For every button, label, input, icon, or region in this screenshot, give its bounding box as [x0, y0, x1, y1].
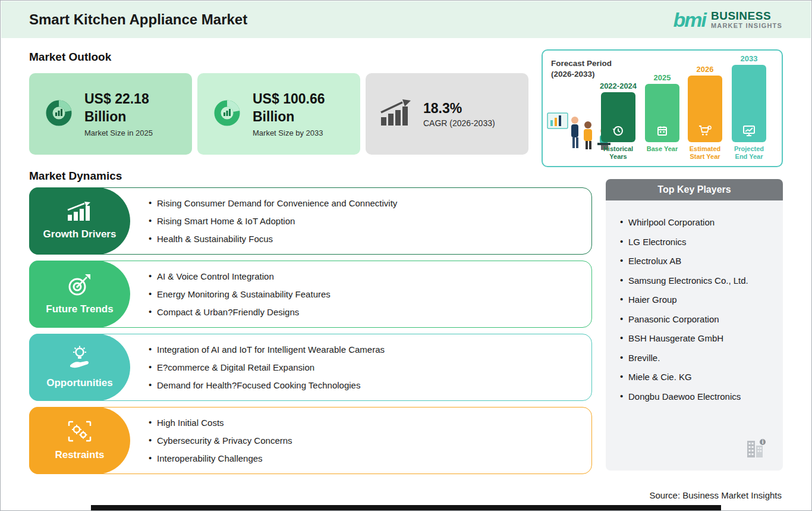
base-label: Base Year	[647, 145, 678, 161]
target-icon	[67, 273, 92, 299]
donut-chart-icon	[43, 98, 74, 131]
cart-icon	[698, 125, 712, 137]
estimated-year-value: 2026	[697, 65, 714, 74]
market-size-2033-label: Market Size by 2033	[253, 128, 342, 137]
base-bar	[645, 84, 679, 142]
bmi-logo-text: BUSINESS MARKET INSIGHTS	[711, 10, 782, 30]
logo-line2: MARKET INSIGHTS	[711, 22, 782, 29]
page-title: Smart Kitchen Appliance Market	[29, 11, 247, 28]
key-player-item: Samsung Electronics Co., Ltd.	[620, 275, 769, 286]
growth-drivers-bullets: Rising Consumer Demand for Convenience a…	[149, 188, 397, 254]
bullet-item: Demand for Health?Focused Cooking Techno…	[149, 380, 385, 390]
key-player-item: Haier Group	[620, 294, 769, 305]
bullet-item: Energy Monitoring & Sustainability Featu…	[149, 289, 331, 299]
forecast-title: Forecast Period (2026-2033)	[551, 58, 619, 80]
growth-bar-chart-icon	[380, 99, 413, 129]
top-key-players-panel: Top Key Players Whirlpool Corporation LG…	[606, 179, 783, 471]
market-size-2025-label: Market Size in 2025	[84, 128, 174, 137]
card-text: 18.3% CAGR (2026-2033)	[423, 100, 495, 128]
logo-line1: BUSINESS	[711, 10, 782, 23]
base-year-value: 2025	[654, 73, 671, 82]
bullet-item: AI & Voice Control Integration	[149, 271, 331, 281]
opportunities-row: Opportunities Integration of AI and IoT …	[29, 334, 592, 401]
bullet-item: Integration of AI and IoT for Intelligen…	[149, 344, 385, 355]
future-trends-label: Future Trends	[46, 303, 113, 315]
future-trends-row: Future Trends AI & Voice Control Integra…	[29, 261, 592, 328]
bullet-item: Compact & Urban?Friendly Designs	[149, 307, 331, 317]
market-size-2033-value: US$ 100.66 Billion	[253, 90, 342, 126]
estimated-label: Estimated Start Year	[685, 145, 725, 161]
donut-chart-icon	[212, 98, 243, 131]
monitor-icon	[742, 125, 756, 137]
bullet-item: Rising Smart Home & IoT Adoption	[149, 216, 397, 226]
forecast-title-line2: (2026-2033)	[551, 70, 595, 79]
restraints-bullets: High Initial Costs Cybersecurity & Priva…	[149, 407, 292, 474]
future-trends-bullets: AI & Voice Control Integration Energy Mo…	[149, 261, 331, 327]
bar-chart-icon	[67, 202, 93, 224]
forecast-bar-base: 2025 Base Year	[643, 73, 682, 161]
key-player-item: LG Electronics	[620, 237, 769, 247]
key-player-item: Panasonic Corporation	[620, 314, 769, 324]
bullet-item: Cybersecurity & Privacy Concerns	[149, 435, 292, 446]
source-credit: Source: Business Market Insights	[649, 490, 782, 500]
market-outlook-heading: Market Outlook	[29, 51, 111, 64]
outlook-cards: US$ 22.18 Billion Market Size in 2025 US…	[29, 73, 528, 155]
bullet-item: High Initial Costs	[149, 418, 292, 428]
cagr-value: 18.3%	[423, 100, 495, 118]
forecast-bar-historical: 2022-2024 Historical Years	[599, 81, 638, 161]
idea-hand-icon	[67, 346, 92, 373]
historical-label: Historical Years	[599, 145, 638, 161]
growth-drivers-label: Growth Drivers	[43, 228, 117, 240]
opportunities-bullets: Integration of AI and IoT for Intelligen…	[149, 334, 385, 400]
history-icon	[612, 125, 624, 137]
projected-year-value: 2033	[741, 54, 758, 63]
restraints-label: Restraints	[55, 449, 104, 461]
projected-label: Projected End Year	[729, 145, 769, 161]
top-key-players-heading: Top Key Players	[606, 179, 783, 200]
key-player-item: BSH Hausgerate GmbH	[620, 333, 769, 343]
key-player-item: Electrolux AB	[620, 256, 769, 266]
historical-bar	[601, 92, 635, 142]
restraints-pill: Restraints	[29, 407, 130, 474]
forecast-period-box: Forecast Period (2026-2033)	[542, 49, 783, 167]
forecast-title-line1: Forecast Period	[551, 59, 612, 68]
card-text: US$ 100.66 Billion Market Size by 2033	[253, 90, 342, 137]
growth-drivers-row: Growth Drivers Rising Consumer Demand fo…	[29, 187, 592, 255]
key-player-item: Whirlpool Corporation	[620, 217, 769, 227]
key-players-list: Whirlpool Corporation LG Electronics Ele…	[620, 217, 769, 402]
market-size-2033-card: US$ 100.66 Billion Market Size by 2033	[197, 73, 360, 155]
svg-text:i: i	[762, 440, 764, 445]
market-dynamics-rows: Growth Drivers Rising Consumer Demand fo…	[29, 187, 592, 474]
top-key-players-body: Whirlpool Corporation LG Electronics Ele…	[606, 200, 783, 471]
bullet-item: E?commerce & Digital Retail Expansion	[149, 362, 385, 372]
market-dynamics-heading: Market Dynamics	[29, 170, 122, 183]
growth-drivers-pill: Growth Drivers	[29, 187, 130, 255]
card-text: US$ 22.18 Billion Market Size in 2025	[84, 90, 174, 137]
building-icon: i	[741, 434, 769, 463]
header-bar: Smart Kitchen Appliance Market bmi BUSIN…	[1, 1, 811, 38]
bmi-logo: bmi BUSINESS MARKET INSIGHTS	[673, 10, 782, 30]
cagr-card: 18.3% CAGR (2026-2033)	[366, 73, 528, 155]
bmi-logo-mark: bmi	[673, 10, 705, 30]
historical-years-value: 2022-2024	[600, 81, 637, 90]
key-player-item: Breville.	[620, 353, 769, 363]
calendar-icon	[656, 125, 668, 137]
gears-icon	[67, 420, 92, 445]
forecast-bar-projected: 2033 Projected End Year	[729, 54, 769, 161]
bottom-edge-bar	[91, 505, 721, 510]
key-player-item: Dongbu Daewoo Electronics	[620, 391, 769, 402]
future-trends-pill: Future Trends	[29, 261, 130, 328]
opportunities-label: Opportunities	[46, 377, 112, 389]
bullet-item: Interoperability Challenges	[149, 453, 292, 463]
estimated-bar	[688, 76, 722, 142]
key-player-item: Miele & Cie. KG	[620, 372, 769, 382]
cagr-label: CAGR (2026-2033)	[423, 118, 495, 128]
bullet-item: Rising Consumer Demand for Convenience a…	[149, 198, 397, 208]
opportunities-pill: Opportunities	[29, 334, 130, 401]
forecast-bar-estimated: 2026 Estimated Start Year	[685, 65, 725, 161]
infographic-page: Smart Kitchen Appliance Market bmi BUSIN…	[0, 0, 812, 511]
projected-bar	[732, 65, 766, 142]
bullet-item: Health & Sustainability Focus	[149, 234, 397, 244]
restraints-row: Restraints High Initial Costs Cybersecur…	[29, 407, 592, 474]
market-size-2025-value: US$ 22.18 Billion	[84, 90, 174, 126]
